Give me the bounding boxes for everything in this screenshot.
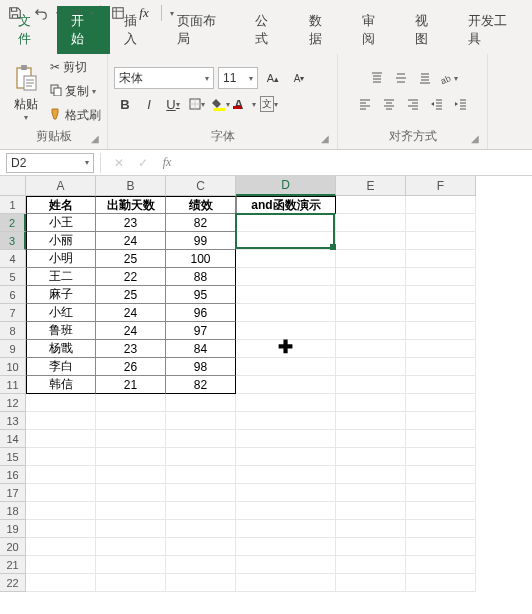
- row-header[interactable]: 20: [0, 538, 26, 556]
- cell[interactable]: [236, 268, 336, 286]
- cell[interactable]: [406, 322, 476, 340]
- cell[interactable]: [236, 376, 336, 394]
- cell[interactable]: 王二: [26, 268, 96, 286]
- cell[interactable]: [96, 484, 166, 502]
- align-center-icon[interactable]: [378, 93, 400, 115]
- row-header[interactable]: 1: [0, 196, 26, 214]
- cell[interactable]: 25: [96, 250, 166, 268]
- cell[interactable]: [406, 358, 476, 376]
- copy-button[interactable]: 复制▾: [50, 80, 101, 102]
- cell[interactable]: [96, 448, 166, 466]
- fx-button[interactable]: fx: [155, 151, 179, 175]
- cell[interactable]: [236, 340, 336, 358]
- tab-file[interactable]: 文件: [4, 6, 57, 54]
- decrease-indent-icon[interactable]: [426, 93, 448, 115]
- cell[interactable]: 24: [96, 304, 166, 322]
- font-size-select[interactable]: 11▾: [218, 67, 258, 89]
- tab-review[interactable]: 审阅: [348, 6, 401, 54]
- row-header[interactable]: 21: [0, 556, 26, 574]
- cell[interactable]: [336, 520, 406, 538]
- cell[interactable]: [406, 304, 476, 322]
- cell[interactable]: [406, 232, 476, 250]
- font-launcher[interactable]: ◢: [319, 133, 331, 145]
- cell[interactable]: [26, 520, 96, 538]
- cell[interactable]: [406, 574, 476, 592]
- align-right-icon[interactable]: [402, 93, 424, 115]
- cell[interactable]: 82: [166, 214, 236, 232]
- cell[interactable]: [236, 286, 336, 304]
- cell[interactable]: [406, 394, 476, 412]
- increase-indent-icon[interactable]: [450, 93, 472, 115]
- underline-button[interactable]: U▾: [162, 93, 184, 115]
- cell[interactable]: [166, 574, 236, 592]
- formula-input[interactable]: [179, 153, 532, 173]
- tab-data[interactable]: 数据: [295, 6, 348, 54]
- col-header-A[interactable]: A: [26, 176, 96, 196]
- cell[interactable]: 24: [96, 322, 166, 340]
- cell[interactable]: [336, 340, 406, 358]
- row-header[interactable]: 18: [0, 502, 26, 520]
- tab-dev[interactable]: 开发工具: [454, 6, 532, 54]
- row-header[interactable]: 22: [0, 574, 26, 592]
- align-bottom-icon[interactable]: [414, 67, 436, 89]
- row-header[interactable]: 15: [0, 448, 26, 466]
- row-header[interactable]: 12: [0, 394, 26, 412]
- cell[interactable]: [166, 448, 236, 466]
- cell[interactable]: [336, 250, 406, 268]
- cell[interactable]: [166, 556, 236, 574]
- cell[interactable]: 23: [96, 340, 166, 358]
- cell[interactable]: 杨戬: [26, 340, 96, 358]
- cell[interactable]: 麻子: [26, 286, 96, 304]
- cell[interactable]: [236, 502, 336, 520]
- cells-grid[interactable]: 姓名出勤天数绩效and函数演示小王2382小丽2499小明25100王二2288…: [26, 196, 476, 592]
- bold-button[interactable]: B: [114, 93, 136, 115]
- cell[interactable]: [26, 556, 96, 574]
- increase-font-icon[interactable]: A▴: [262, 67, 284, 89]
- align-launcher[interactable]: ◢: [469, 133, 481, 145]
- cell[interactable]: 21: [96, 376, 166, 394]
- cell[interactable]: 24: [96, 232, 166, 250]
- row-header[interactable]: 3: [0, 232, 26, 250]
- cell[interactable]: [166, 538, 236, 556]
- cell[interactable]: 绩效: [166, 196, 236, 214]
- cell[interactable]: [406, 448, 476, 466]
- col-header-B[interactable]: B: [96, 176, 166, 196]
- format-painter-button[interactable]: 格式刷: [50, 104, 101, 126]
- cell[interactable]: [236, 358, 336, 376]
- cell[interactable]: [166, 484, 236, 502]
- cell[interactable]: [406, 268, 476, 286]
- cell[interactable]: [406, 412, 476, 430]
- cell[interactable]: [236, 574, 336, 592]
- col-header-D[interactable]: D: [236, 176, 336, 196]
- cell[interactable]: [96, 466, 166, 484]
- cell[interactable]: [236, 250, 336, 268]
- tab-view[interactable]: 视图: [401, 6, 454, 54]
- cell[interactable]: [26, 484, 96, 502]
- tab-layout[interactable]: 页面布局: [163, 6, 241, 54]
- tab-formula[interactable]: 公式: [241, 6, 294, 54]
- cell[interactable]: 95: [166, 286, 236, 304]
- cell[interactable]: [26, 430, 96, 448]
- decrease-font-icon[interactable]: A▾: [288, 67, 310, 89]
- cell[interactable]: [236, 232, 336, 250]
- cell[interactable]: 小明: [26, 250, 96, 268]
- row-header[interactable]: 2: [0, 214, 26, 232]
- cell[interactable]: [96, 538, 166, 556]
- cell[interactable]: [96, 412, 166, 430]
- cell[interactable]: 韩信: [26, 376, 96, 394]
- col-header-C[interactable]: C: [166, 176, 236, 196]
- cell[interactable]: 84: [166, 340, 236, 358]
- cell[interactable]: 98: [166, 358, 236, 376]
- row-header[interactable]: 10: [0, 358, 26, 376]
- cell[interactable]: [406, 556, 476, 574]
- cell[interactable]: [166, 466, 236, 484]
- column-headers[interactable]: ABCDEF: [26, 176, 476, 196]
- cell[interactable]: [336, 196, 406, 214]
- cell[interactable]: [166, 394, 236, 412]
- cell[interactable]: [236, 304, 336, 322]
- cell[interactable]: [336, 466, 406, 484]
- row-header[interactable]: 8: [0, 322, 26, 340]
- tab-insert[interactable]: 插入: [110, 6, 163, 54]
- cell[interactable]: [166, 430, 236, 448]
- row-header[interactable]: 5: [0, 268, 26, 286]
